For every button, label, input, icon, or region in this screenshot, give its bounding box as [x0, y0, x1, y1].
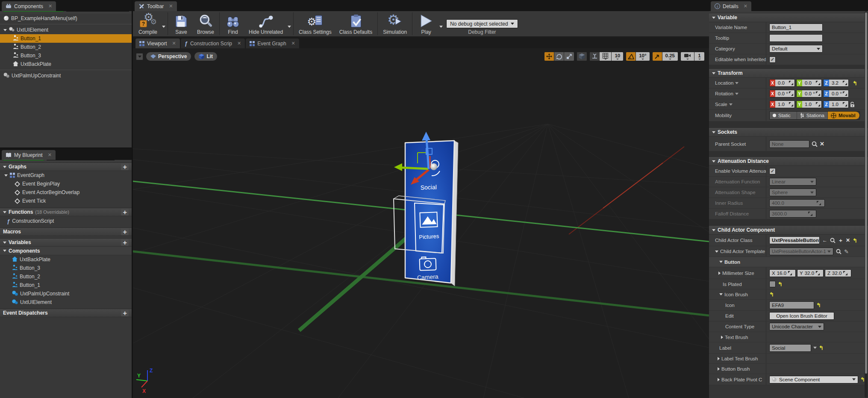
- reset-to-default-icon[interactable]: ↰: [816, 302, 821, 308]
- tab-toolbar[interactable]: Toolbar ✕: [135, 1, 177, 11]
- scale-snap-toggle[interactable]: [653, 52, 662, 61]
- variable-section-header[interactable]: Variable: [709, 13, 868, 22]
- var-button1[interactable]: Button_1: [0, 281, 132, 289]
- tab-viewport[interactable]: Viewport ✕: [135, 38, 180, 48]
- add-graph-button[interactable]: ＋: [121, 163, 129, 170]
- reset-to-default-icon[interactable]: ↰: [778, 281, 783, 287]
- close-icon[interactable]: ✕: [291, 41, 295, 46]
- tree-item-button2[interactable]: Button_2: [0, 43, 132, 51]
- scale-snap-value[interactable]: 0.25: [662, 52, 678, 61]
- menu-pictures-label[interactable]: Pictures: [419, 233, 439, 240]
- close-icon[interactable]: ✕: [172, 41, 176, 46]
- z-arrow-icon[interactable]: [422, 132, 430, 141]
- macros-header[interactable]: Macros ＋: [0, 227, 132, 236]
- spinner-icon[interactable]: [816, 271, 820, 275]
- event-beginplay-item[interactable]: Event BeginPlay: [0, 180, 132, 188]
- chevron-down-icon[interactable]: [735, 82, 739, 84]
- tab-event-graph[interactable]: Event Graph ✕: [246, 38, 299, 48]
- viewport-canvas[interactable]: Social Pictures Camera: [133, 48, 709, 398]
- expander-icon[interactable]: [3, 29, 7, 31]
- play-button[interactable]: Play: [414, 11, 438, 36]
- spinner-icon[interactable]: [816, 91, 820, 96]
- tab-my-blueprint[interactable]: My Blueprint ✕: [2, 150, 56, 160]
- expand-icon[interactable]: [718, 357, 720, 360]
- eventgraph-item[interactable]: EventGraph: [0, 171, 132, 180]
- rotation-x-field[interactable]: X0.0 °: [769, 90, 795, 97]
- variables-header[interactable]: Variables ＋: [0, 238, 132, 247]
- reset-to-default-icon[interactable]: ↰: [853, 238, 857, 243]
- tooltip-field[interactable]: [769, 34, 823, 42]
- simulation-button[interactable]: ⚙ Simulation: [379, 11, 411, 36]
- location-y-field[interactable]: Y0.0: [796, 79, 822, 87]
- chevron-down-icon[interactable]: [729, 103, 733, 106]
- event-dispatchers-header[interactable]: Event Dispatchers ＋: [0, 309, 132, 317]
- class-defaults-button[interactable]: Class Defaults: [335, 11, 376, 36]
- perspective-button[interactable]: Perspective: [146, 52, 191, 61]
- add-event-dispatcher-button[interactable]: ＋: [121, 310, 129, 316]
- save-button[interactable]: Save: [169, 11, 193, 36]
- child-actor-section-header[interactable]: Child Actor Component: [709, 225, 868, 235]
- close-icon[interactable]: ✕: [48, 152, 52, 158]
- world-space-button[interactable]: [577, 52, 587, 61]
- child-actor-class-dropdown[interactable]: UxtPressableButton: [769, 236, 820, 244]
- socket-search-icon[interactable]: [812, 141, 818, 147]
- tab-details[interactable]: i Details ✕: [711, 1, 751, 11]
- scene-component-dropdown[interactable]: Scene Component: [769, 376, 858, 383]
- close-icon[interactable]: ✕: [169, 3, 173, 9]
- enable-volume-checkbox[interactable]: ✓: [769, 168, 776, 174]
- expand-icon[interactable]: [718, 367, 720, 371]
- button-subsection-header[interactable]: Button: [709, 257, 868, 267]
- hide-unrelated-options-chevron[interactable]: [288, 26, 291, 28]
- chevron-down-icon[interactable]: [735, 93, 739, 95]
- close-icon[interactable]: ✕: [744, 3, 747, 9]
- hand-menu-panel[interactable]: Social Pictures Camera: [405, 141, 458, 286]
- details-scrollbar[interactable]: [865, 12, 868, 398]
- attenuation-shape-dropdown[interactable]: Sphere: [769, 189, 816, 196]
- icon-field[interactable]: EFA9: [769, 301, 814, 309]
- graphs-header[interactable]: Graphs ＋: [0, 162, 132, 171]
- class-add-icon[interactable]: ＋: [838, 237, 843, 244]
- add-macro-button[interactable]: ＋: [121, 228, 129, 235]
- expand-icon[interactable]: [718, 271, 721, 275]
- location-z-field[interactable]: Z3.2: [823, 79, 849, 87]
- compile-options-chevron[interactable]: [162, 26, 165, 28]
- rotation-snap-toggle[interactable]: [626, 52, 636, 61]
- menu-camera-label[interactable]: Camera: [417, 273, 438, 281]
- spinner-icon[interactable]: [816, 102, 820, 106]
- tree-item-uxtpalmupconstraint[interactable]: UxtPalmUpConstraint: [0, 71, 132, 80]
- tab-components[interactable]: Components ✕: [2, 1, 56, 11]
- grid-snap-value[interactable]: 10: [612, 52, 623, 61]
- var-button3[interactable]: Button_3: [0, 264, 132, 272]
- parent-socket-field[interactable]: None: [769, 140, 809, 148]
- scale-y-field[interactable]: Y1.0: [796, 100, 822, 108]
- rotation-z-field[interactable]: Z0.0 °: [823, 90, 849, 97]
- spinner-icon[interactable]: [808, 212, 812, 216]
- lock-icon[interactable]: [850, 102, 855, 107]
- sockets-section-header[interactable]: Sockets: [709, 127, 868, 137]
- camera-speed-button[interactable]: [681, 52, 694, 61]
- open-icon-brush-editor-button[interactable]: Open Icon Brush Editor: [769, 312, 834, 320]
- scale-z-field[interactable]: Z1.0: [823, 100, 849, 108]
- hide-unrelated-button[interactable]: Hide Unrelated: [245, 11, 287, 36]
- class-clear-icon[interactable]: ✕: [846, 237, 850, 243]
- editable-checkbox[interactable]: ✓: [769, 56, 776, 63]
- location-x-field[interactable]: X0.0: [769, 79, 795, 87]
- play-options-chevron[interactable]: [439, 26, 443, 28]
- var-button2[interactable]: Button_2: [0, 272, 132, 281]
- spinner-icon[interactable]: [843, 81, 847, 85]
- close-icon[interactable]: ✕: [48, 3, 52, 9]
- tree-item-button3[interactable]: Button_3: [0, 51, 132, 60]
- eyedropper-icon[interactable]: ✎: [844, 248, 849, 255]
- browse-button[interactable]: Browse: [193, 11, 218, 36]
- tree-item-root[interactable]: BP_ExampleHandMenu(self): [0, 14, 132, 23]
- mm-y-field[interactable]: Y32.0: [797, 269, 824, 277]
- tree-item-button1-selected[interactable]: Button_1: [0, 34, 132, 43]
- close-icon[interactable]: ✕: [237, 41, 241, 46]
- content-type-dropdown[interactable]: Unicode Character: [769, 323, 824, 330]
- spinner-icon[interactable]: [789, 81, 793, 85]
- y-arrow-icon[interactable]: [394, 163, 402, 171]
- grid-snap-toggle[interactable]: [600, 52, 612, 61]
- spinner-icon[interactable]: [843, 102, 847, 106]
- spinner-icon[interactable]: [817, 201, 821, 205]
- scale-x-field[interactable]: X1.0: [769, 100, 795, 108]
